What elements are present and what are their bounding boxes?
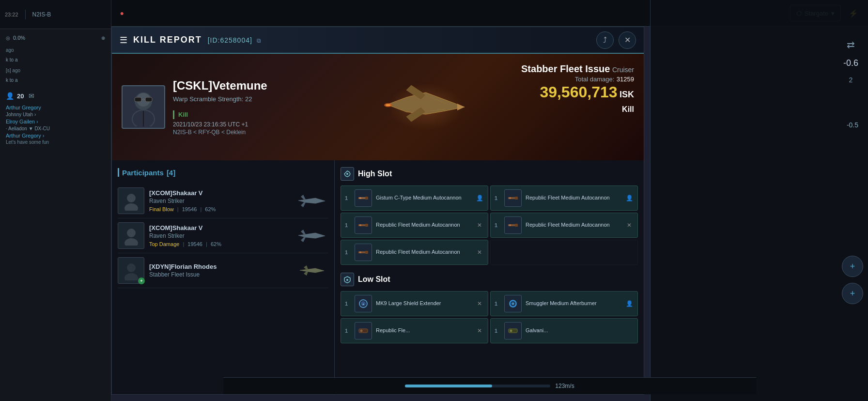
svg-point-16 [124,238,138,246]
participant-item[interactable]: [XCOM]Shakaar V Raven Striker Final Blow… [118,184,328,218]
participant-details-1: [XCOM]Shakaar V Raven Striker Final Blow… [149,189,290,212]
raven-striker-svg-2 [296,226,327,246]
action-btn-2[interactable]: + [842,283,863,304]
damage-1: 19546 [182,206,197,212]
speed-label: 123m/s [555,383,574,389]
slot-num-low-4: 1 [495,328,500,334]
isk-row: 39,560,713 ISK [521,83,634,101]
autocannon-icon-5 [357,247,369,258]
title-bar-accent [118,168,119,177]
contact-arthur-2: Arthur Gregory › [6,133,105,139]
contact-elroy: Elroy Gailen › [6,119,105,124]
weapon-icon [343,170,351,178]
minimap-icon: ◎ [6,35,10,41]
kill-text: Kill [178,111,188,118]
svg-text:+: + [362,302,365,307]
sidebar-chat: ago k to a [s] ago k to a [0,43,111,89]
high-slot-grid: 1 Gistum C-Type Medium Autocannon 👤 [341,185,638,265]
isk-currency: ISK [620,90,634,99]
status-indicator: ● [120,9,124,17]
chat-message: Let's have some fun [6,139,105,145]
participants-title: Participants [4] [118,168,328,177]
right-btn-2[interactable]: -0.6 [843,58,858,68]
scan-icon: ⊕ [101,35,105,41]
add-contact-badge: + [138,278,145,284]
slot-item-4[interactable]: 1 Republic Fleet Medium Autocannon ✕ [490,213,638,238]
autocannon-icon-2 [507,192,519,204]
stabber-svg [296,261,327,281]
sidebar-content: ◎ 0.0% ⊕ ago k to a [s] ago k to a 👤 20 … [0,29,111,151]
low-slot-icon [341,273,354,286]
low-slot-grid: 1 + MK9 Large Shield Extender ✕ [341,291,638,343]
right-controls-2: -0.5 [847,121,858,129]
participant-stats-1: Final Blow | 19546 | 62% [149,206,290,212]
menu-icon[interactable]: ☰ [120,35,127,46]
module-info-low-2: Smuggler Medium Afterburner [526,300,621,307]
slot-item-3[interactable]: 1 Republic Fleet Medium Autocannon ✕ [341,213,488,238]
mail-icon: ✉ [29,92,34,100]
sidebar-time: 23:22 [5,12,18,17]
slot-item-low-3[interactable]: 1 Republic Fle... ✕ [341,318,488,343]
speed-bar-fill [405,385,492,387]
svg-point-15 [127,229,136,237]
participant-ship-img-3 [294,260,328,281]
slot-status-1: 👤 [475,194,484,202]
slot-item-1[interactable]: 1 Gistum C-Type Medium Autocannon 👤 [341,185,488,211]
close-report-button[interactable]: ✕ [619,31,636,49]
module-info-1: Gistum C-Type Medium Autocannon [376,194,471,201]
module-name-2: Republic Fleet Medium Autocannon [526,194,621,201]
participant-stats-2: Top Damage | 19546 | 62% [149,241,290,247]
ship-image [363,63,489,151]
svg-rect-3 [135,97,141,102]
participant-avatar-3: + [118,257,144,284]
separator-3: | [183,241,186,247]
isk-value: 39,560,713 [540,83,617,101]
slot-item-low-4[interactable]: 1 Galvani... [490,318,638,343]
module-info-low-1: MK9 Large Shield Extender [376,300,471,307]
participant-item-3[interactable]: + [XDYN]Florian Rhodes Stabber Fleet Iss… [118,253,328,288]
module-icon-4 [504,216,522,234]
action-btn-1[interactable]: + [842,256,863,277]
contact-list: Arthur Gregory Johnny Utah › Elroy Gaile… [0,103,111,147]
kill-type-label: Kill [521,105,634,114]
raven-striker-svg-1 [296,191,327,211]
contact-aeliadon: · Aeliadon ▼ DX-CU [6,126,105,131]
participant-details-2: [XCOM]Shakaar V Raven Striker Top Damage… [149,224,290,247]
notification-icon: 👤 [6,92,14,100]
pilot-avatar [122,85,165,129]
svg-point-25 [509,197,511,199]
ship-class-type: Cruiser [612,66,634,74]
slot-item-2[interactable]: 1 Republic Fleet Medium Autocannon 👤 [490,185,638,211]
svg-rect-30 [515,224,518,227]
slot-status-low-1: ✕ [475,299,484,308]
slot-item-low-1[interactable]: 1 + MK9 Large Shield Extender ✕ [341,291,488,316]
percent-2: 62% [211,241,221,247]
total-damage-value: 31259 [617,76,634,83]
svg-point-28 [359,224,361,226]
module-name-low-2: Smuggler Medium Afterburner [526,300,621,307]
participant-ship-2: Raven Striker [149,232,290,239]
participant-name-1: [XCOM]Shakaar V [149,189,290,197]
speed-bar-container [405,385,550,387]
participant-item-2[interactable]: [XCOM]Shakaar V Raven Striker Top Damage… [118,218,328,253]
svg-point-41 [512,302,514,305]
copy-icon[interactable]: ⧉ [257,37,262,44]
module-icon-low-2 [504,295,522,312]
right-btn-1[interactable]: ⇄ [847,39,855,50]
ship-name-label: Stabber Fleet Issue Cruiser [521,63,634,75]
ship-class-name: Stabber Fleet Issue [521,63,610,74]
slot-status-low-3: ✕ [475,326,484,335]
pilot-avatar-image [124,88,163,126]
slot-item-low-2[interactable]: 1 Smuggler Medium Afterburner 👤 [490,291,638,316]
high-slot-section: High Slot 1 G [341,167,638,265]
high-slot-label: High Slot [358,170,392,178]
export-button[interactable]: ⤴ [596,31,614,49]
svg-rect-21 [365,197,368,200]
slot-item-5[interactable]: 1 Republic Fleet Medium Autocannon ✕ [341,240,488,265]
svg-point-14 [124,203,138,211]
percent-1: 62% [205,206,216,212]
participant-avatar-svg-2 [122,226,141,246]
contact-johnny: Johnny Utah › [6,112,105,117]
participant-ship-1: Raven Striker [149,198,290,204]
right-counter: 2 [849,76,853,84]
